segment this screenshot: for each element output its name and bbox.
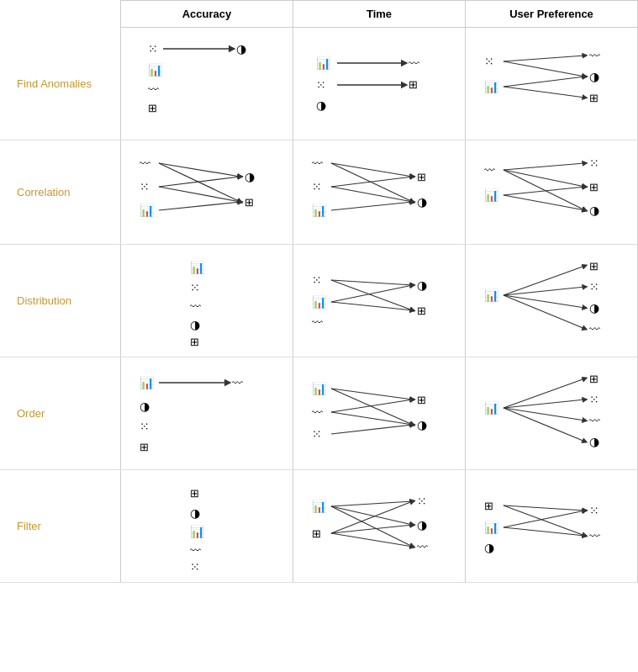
svg-text:📊: 📊: [190, 261, 205, 275]
diagram-filter-accuracy: ⊞ ◑ 📊 〰 ⁙: [182, 479, 232, 571]
svg-text:⁙: ⁙: [417, 495, 427, 508]
svg-text:📊: 📊: [312, 204, 327, 218]
pref-find-anomalies: ⁙ 📊 〰 ◑ ⊞: [466, 28, 638, 140]
svg-text:◑: ◑: [589, 435, 599, 448]
svg-text:⊞: ⊞: [190, 487, 199, 500]
svg-line-31: [504, 170, 585, 210]
icon-line-p: 〰: [589, 50, 600, 62]
icon-bar-p: 📊: [484, 80, 499, 94]
icon-bar: 📊: [148, 63, 163, 77]
time-correlation: 〰 ⁙ 📊 ⊞ ◑: [293, 140, 466, 245]
svg-line-1: [504, 61, 585, 77]
svg-text:📊: 📊: [484, 188, 499, 203]
diagram-order-pref: 📊 ⊞ ⁙ 〰 ◑: [480, 366, 623, 458]
icon-table-r: ⊞: [409, 78, 418, 91]
svg-text:⁙: ⁙: [589, 156, 599, 170]
svg-text:⊞: ⊞: [312, 527, 321, 540]
diagram-distribution-time: ⁙ 📊 〰 ◑ ⊞: [308, 266, 451, 333]
svg-line-71: [331, 412, 413, 425]
time-order: 📊 〰 ⁙ ⊞ ◑: [293, 357, 466, 470]
svg-text:〰: 〰: [312, 316, 323, 329]
accuracy-order: 📊 ◑ ⁙ ⊞ 〰: [121, 357, 293, 470]
row-find-anomalies: Find Anomalies ⁙ 📊 〰 ⊞ ◑: [0, 28, 638, 140]
svg-line-23: [331, 202, 413, 210]
time-find-anomalies: 📊 ⁙ ◑ 〰 ⊞: [293, 28, 466, 140]
icon-bar-t: 📊: [316, 56, 331, 71]
svg-line-46: [331, 285, 413, 302]
svg-text:📊: 📊: [140, 204, 155, 218]
diagram-distribution-pref: 📊 ⊞ ⁙ ◑ 〰: [480, 253, 623, 346]
svg-text:〰: 〰: [417, 541, 428, 553]
svg-text:📊: 📊: [312, 295, 327, 310]
svg-line-32: [504, 187, 585, 195]
time-filter: 📊 ⊞ ⁙ ◑ 〰: [293, 470, 466, 583]
svg-text:📊: 📊: [190, 525, 205, 539]
pref-correlation: 〰 📊 ⁙ ⊞ ◑: [466, 140, 638, 245]
svg-line-55: [504, 295, 585, 308]
icon-pie-t: ◑: [316, 98, 326, 112]
svg-text:📊: 📊: [312, 500, 327, 514]
row-order: Order 📊 ◑ ⁙ ⊞ 〰: [0, 357, 638, 470]
accuracy-filter: ⊞ ◑ 📊 〰 ⁙: [121, 470, 293, 583]
header-time: Time: [293, 1, 466, 28]
accuracy-correlation: 〰 ⁙ 📊 ◑ ⊞: [121, 140, 293, 245]
svg-line-93: [331, 506, 413, 525]
svg-text:📊: 📊: [484, 401, 499, 415]
icon-line-r: 〰: [409, 57, 419, 70]
row-label-filter: Filter: [0, 470, 121, 583]
svg-text:⁙: ⁙: [140, 420, 150, 433]
svg-line-30: [504, 170, 585, 187]
pref-order: 📊 ⊞ ⁙ 〰 ◑: [466, 357, 638, 470]
svg-text:◑: ◑: [484, 541, 494, 554]
svg-text:〰: 〰: [312, 406, 323, 419]
svg-line-19: [331, 163, 413, 177]
svg-text:〰: 〰: [232, 377, 243, 389]
time-distribution: ⁙ 📊 〰 ◑ ⊞: [293, 245, 466, 357]
svg-line-12: [159, 187, 240, 202]
icon-pie-p: ◑: [589, 70, 599, 83]
svg-text:〰: 〰: [589, 530, 600, 542]
svg-text:◑: ◑: [417, 418, 427, 431]
diagram-distribution-accuracy: 📊 ⁙ 〰 ◑ ⊞: [182, 253, 232, 346]
pref-distribution: 📊 ⊞ ⁙ ◑ 〰: [466, 245, 638, 357]
svg-line-81: [504, 408, 585, 442]
svg-text:◑: ◑: [417, 518, 427, 532]
svg-text:◑: ◑: [417, 195, 427, 209]
svg-text:⊞: ⊞: [417, 171, 426, 183]
svg-line-33: [504, 195, 585, 210]
row-label-find-anomalies: Find Anomalies: [0, 28, 121, 140]
svg-text:⁙: ⁙: [190, 281, 200, 294]
row-correlation: Correlation 〰 ⁙ 📊 ◑ ⊞: [0, 140, 638, 245]
diagram-order-time: 📊 〰 ⁙ ⊞ ◑: [308, 374, 451, 450]
diagram-correlation-accuracy: 〰 ⁙ 📊 ◑ ⊞: [135, 149, 278, 233]
svg-text:⊞: ⊞: [589, 181, 598, 193]
svg-text:📊: 📊: [484, 521, 499, 535]
header-row: Accuracy Time User Preference: [0, 1, 638, 28]
row-label-order: Order: [0, 357, 121, 470]
svg-text:〰: 〰: [589, 415, 600, 427]
diagram-filter-pref: ⊞ 📊 ◑ ⁙ 〰: [480, 491, 623, 558]
svg-line-29: [504, 163, 585, 170]
icon-table-p: ⊞: [589, 92, 598, 104]
svg-line-20: [331, 163, 413, 202]
row-label-distribution: Distribution: [0, 245, 121, 357]
row-label-correlation: Correlation: [0, 140, 121, 245]
svg-text:⁙: ⁙: [190, 560, 200, 574]
svg-text:〰: 〰: [190, 300, 201, 313]
svg-text:⊞: ⊞: [484, 500, 493, 512]
accuracy-find-anomalies: ⁙ 📊 〰 ⊞ ◑: [121, 28, 293, 140]
icon-scatter-t: ⁙: [316, 78, 326, 92]
pref-filter: ⊞ 📊 ◑ ⁙ 〰: [466, 470, 638, 583]
svg-line-10: [159, 163, 240, 202]
svg-text:◑: ◑: [417, 278, 427, 292]
svg-line-9: [159, 163, 240, 177]
diagram-find-anomalies-accuracy: ⁙ 📊 〰 ⊞ ◑: [140, 36, 274, 129]
svg-text:〰: 〰: [589, 323, 600, 336]
icon-line: 〰: [148, 83, 159, 96]
svg-text:〰: 〰: [190, 544, 201, 557]
svg-text:⊞: ⊞: [245, 196, 254, 209]
svg-text:📊: 📊: [312, 382, 327, 396]
diagram-correlation-time: 〰 ⁙ 📊 ⊞ ◑: [308, 149, 451, 233]
svg-line-0: [504, 56, 585, 61]
icon-scatter-p: ⁙: [484, 55, 494, 68]
